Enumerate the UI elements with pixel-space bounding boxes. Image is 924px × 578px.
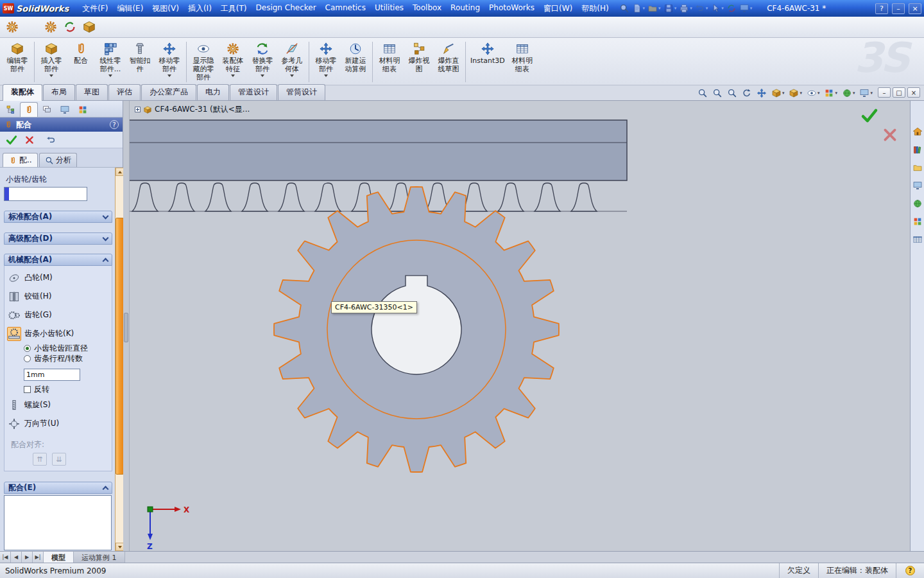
displaymanager-tab[interactable] bbox=[74, 102, 92, 117]
menu-item-10[interactable]: PhotoWorks bbox=[484, 1, 539, 17]
help-button[interactable]: ? bbox=[875, 3, 888, 14]
custom-properties-icon[interactable] bbox=[911, 233, 924, 246]
menu-item-4[interactable]: 工具(T) bbox=[216, 1, 252, 17]
undo-icon[interactable]: ▾ bbox=[694, 3, 709, 14]
search-icon[interactable] bbox=[619, 3, 630, 14]
cmdbtn-show-hidden-components[interactable]: 显示隐藏的零部件 bbox=[189, 39, 218, 83]
ribbon-tab-layout[interactable]: 布局 bbox=[43, 84, 75, 100]
cmdbtn-mate[interactable]: 配合 bbox=[66, 39, 96, 66]
cmdbtn-bill-of-materials-2[interactable]: 材料明细表 bbox=[508, 39, 537, 74]
options-icon[interactable]: ▾ bbox=[739, 3, 753, 14]
universal-joint-mate-row[interactable]: 万向节(U) bbox=[7, 414, 110, 433]
cmdbtn-edit-component[interactable]: 编辑零部件 bbox=[3, 39, 32, 74]
cmdbtn-new-motion-study[interactable]: 新建运动算例 bbox=[341, 39, 370, 74]
menu-item-2[interactable]: 视图(V) bbox=[148, 1, 184, 17]
close-button[interactable]: × bbox=[909, 3, 921, 14]
rack-travel-option[interactable]: 齿条行程/转数 bbox=[24, 354, 110, 363]
ok-button[interactable] bbox=[5, 134, 18, 146]
group-advanced-mates[interactable]: 高级配合(D) bbox=[4, 232, 112, 245]
menu-item-11[interactable]: 窗口(W) bbox=[539, 1, 577, 17]
ribbon-tab-electrical[interactable]: 电力 bbox=[197, 84, 229, 100]
undo-button[interactable] bbox=[46, 135, 56, 145]
menu-item-12[interactable]: 帮助(H) bbox=[577, 1, 613, 17]
doc-restore-button[interactable]: □ bbox=[893, 87, 905, 98]
cmdbtn-assembly-features[interactable]: 装配体特征 bbox=[218, 39, 248, 78]
edit-appearance[interactable]: ▾ bbox=[823, 87, 839, 100]
minimize-button[interactable]: – bbox=[892, 3, 905, 14]
ribbon-tab-piping[interactable]: 管道设计 bbox=[230, 84, 277, 100]
tab-analysis[interactable]: 分析 bbox=[39, 153, 77, 167]
panel-help-icon[interactable]: ? bbox=[110, 120, 119, 129]
view-settings[interactable]: ▾ bbox=[858, 87, 874, 100]
camtrax-icon[interactable] bbox=[23, 19, 40, 35]
rack-pinion-mate-row[interactable]: 齿条小齿轮(K) bbox=[7, 324, 110, 343]
configurationmanager-tab[interactable] bbox=[38, 102, 56, 117]
sheet-tab-model[interactable]: 模型 bbox=[44, 552, 74, 563]
reverse-option[interactable]: 反转 bbox=[24, 385, 110, 394]
menu-item-8[interactable]: Toolbox bbox=[408, 1, 446, 17]
cmdbtn-exploded-view[interactable]: 爆炸视图 bbox=[404, 39, 434, 74]
sheet-tab-motion-study-1[interactable]: 运动算例 1 bbox=[74, 552, 125, 563]
hinge-mate-row[interactable]: 铰链(H) bbox=[7, 287, 110, 306]
mates-list-box[interactable] bbox=[4, 495, 112, 550]
panel-scrollbar[interactable] bbox=[115, 168, 123, 551]
propertymanager-tab[interactable] bbox=[20, 102, 38, 117]
ribbon-tab-sketch[interactable]: 草图 bbox=[76, 84, 108, 100]
confirmation-cancel-icon[interactable] bbox=[882, 127, 898, 143]
cam-mate-row[interactable]: 凸轮(M) bbox=[7, 268, 110, 287]
pinion-gear-selection-box[interactable] bbox=[4, 187, 87, 201]
view-palette-icon[interactable] bbox=[911, 179, 924, 192]
next-sheet-button[interactable]: ▶ bbox=[22, 552, 33, 563]
ribbon-tab-office-products[interactable]: 办公室产品 bbox=[141, 84, 196, 100]
resources-home-icon[interactable] bbox=[911, 125, 924, 138]
scroll-down-button[interactable] bbox=[116, 543, 123, 551]
cmdbtn-replace-components[interactable]: 替换零部件 bbox=[248, 39, 277, 78]
hide-show-items[interactable]: ▾ bbox=[805, 87, 821, 100]
prev-sheet-button[interactable]: ◀ bbox=[11, 552, 22, 563]
geartrax-icon[interactable] bbox=[4, 19, 21, 35]
aligned-button[interactable]: ⇈ bbox=[33, 453, 47, 466]
scrollbar-thumb[interactable] bbox=[116, 218, 123, 475]
pitch-diameter-input[interactable]: 1mm bbox=[24, 369, 80, 381]
menu-item-1[interactable]: 编辑(E) bbox=[112, 1, 148, 17]
menu-item-9[interactable]: Routing bbox=[446, 1, 484, 17]
zoom-in-out[interactable] bbox=[726, 87, 739, 100]
flyout-feature-tree[interactable]: CF4-6AWC-31 (默认<显... bbox=[135, 104, 250, 115]
open-icon[interactable]: ▾ bbox=[647, 3, 662, 14]
anti-aligned-button[interactable]: ⇊ bbox=[52, 453, 66, 466]
menu-item-6[interactable]: Camnetics bbox=[321, 1, 370, 17]
gear-pair-icon[interactable] bbox=[42, 19, 59, 35]
ribbon-tab-assembly[interactable]: 装配体 bbox=[3, 84, 42, 101]
cmdbtn-move-component[interactable]: 移动零部件 bbox=[155, 39, 184, 78]
cmdbtn-bill-of-materials[interactable]: 材料明细表 bbox=[375, 39, 404, 74]
doc-minimize-button[interactable]: – bbox=[878, 87, 891, 98]
last-sheet-button[interactable]: ▶| bbox=[33, 552, 44, 563]
screw-mate-row[interactable]: 螺旋(S) bbox=[7, 396, 110, 414]
tab-mates[interactable]: 配.. bbox=[3, 153, 38, 167]
design-library-icon[interactable] bbox=[911, 143, 924, 156]
view-orientation[interactable]: ▾ bbox=[770, 87, 786, 100]
cmdbtn-instant3d[interactable]: Instant3D bbox=[468, 39, 508, 66]
pinion-pitch-diameter-option[interactable]: 小齿轮齿距直径 bbox=[24, 344, 110, 353]
select-icon[interactable]: ▾ bbox=[710, 3, 724, 14]
print-icon[interactable]: ▾ bbox=[678, 3, 693, 14]
new-document-icon[interactable]: ▾ bbox=[631, 3, 646, 14]
group-mates-list[interactable]: 配合(E) bbox=[4, 482, 112, 494]
save-icon[interactable]: ▾ bbox=[663, 3, 678, 14]
menu-item-7[interactable]: Utilities bbox=[370, 1, 408, 17]
scenes-icon[interactable] bbox=[911, 215, 924, 228]
menu-item-3[interactable]: 插入(I) bbox=[184, 1, 216, 17]
zoom-to-area[interactable] bbox=[711, 87, 724, 100]
panel-splitter[interactable] bbox=[123, 101, 130, 551]
graphics-viewport[interactable]: CF4-6AWC-31 (默认<显... CF4-6AWC-31350<1> X… bbox=[130, 101, 910, 551]
rotate-view[interactable] bbox=[740, 87, 753, 100]
cmdbtn-reference-geometry[interactable]: 参考几何体 bbox=[277, 39, 307, 78]
doc-close-button[interactable]: × bbox=[907, 87, 920, 98]
confirmation-ok-icon[interactable] bbox=[860, 106, 879, 125]
zoom-to-fit[interactable] bbox=[696, 87, 709, 100]
dimxpertmanager-tab[interactable] bbox=[56, 102, 74, 117]
scroll-up-button[interactable] bbox=[116, 168, 123, 176]
group-mechanical-mates[interactable]: 机械配合(A) bbox=[4, 254, 112, 266]
display-style[interactable]: ▾ bbox=[787, 87, 803, 100]
quick-tips-icon[interactable]: ? bbox=[905, 566, 915, 575]
